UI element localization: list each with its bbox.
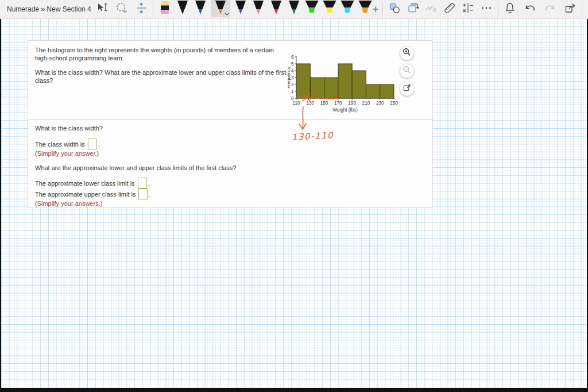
svg-text:6: 6 (291, 55, 294, 60)
svg-text:2: 2 (291, 82, 294, 87)
toolbar-divider (382, 3, 383, 15)
select-tool-button[interactable] (95, 2, 110, 17)
green-highlighter-button[interactable] (304, 0, 319, 17)
simplify-note-2: (Simplify your answers.) (35, 200, 102, 207)
ruler-button[interactable] (442, 2, 457, 17)
histogram-bar (310, 78, 324, 98)
orange-highlighter-icon (358, 0, 373, 17)
purple-pen-icon (234, 0, 247, 17)
svg-text:190: 190 (348, 101, 356, 106)
insert-space-button[interactable] (134, 2, 149, 17)
green-pen-button[interactable] (287, 0, 301, 17)
answer-3-suffix: . (149, 191, 150, 198)
eraser-button[interactable] (157, 0, 172, 17)
cyan-highlighter-button[interactable] (340, 0, 355, 17)
zoom-out-button[interactable] (400, 64, 414, 78)
svg-text:0: 0 (291, 96, 294, 101)
histogram-bar (366, 84, 380, 98)
histogram-bar (352, 71, 366, 98)
answer-2-label: The approximate lower class limit is (35, 180, 135, 187)
answer-1-suffix: . (98, 141, 100, 148)
more-options-button[interactable] (479, 2, 494, 17)
svg-text:110: 110 (292, 101, 300, 106)
ink-replay-icon (407, 2, 419, 17)
toolbar: Numerade » New Section 4 + a (0, 0, 588, 19)
upper-limit-input[interactable] (138, 189, 148, 199)
app-window: Numerade » New Section 4 + a (0, 0, 588, 392)
orange-pen-button[interactable] (211, 0, 230, 17)
add-pen-button[interactable]: + (373, 2, 379, 17)
class-width-input[interactable] (88, 139, 97, 149)
histogram-bar (324, 78, 338, 98)
ruler-icon (443, 2, 456, 17)
undo-button[interactable] (523, 2, 537, 17)
breadcrumb[interactable]: Numerade » New Section 4 (7, 5, 91, 13)
svg-text:170: 170 (334, 101, 342, 106)
external-link-icon (403, 83, 411, 94)
svg-text:3: 3 (291, 75, 294, 80)
ink-to-shape-button[interactable] (387, 2, 402, 17)
redo-icon (544, 2, 556, 17)
red-pen-button[interactable] (269, 0, 284, 17)
zoom-out-icon (403, 66, 411, 76)
undo-icon (524, 2, 536, 17)
ink-to-shape-icon (388, 2, 401, 17)
purple-pen-button[interactable] (233, 0, 248, 17)
problem-card: The histogram to the right represents th… (28, 40, 433, 207)
histogram-chart: 1101301501701902102302500123456Weight (l… (288, 48, 403, 116)
svg-text:150: 150 (320, 101, 328, 106)
red-pen-icon (269, 0, 283, 17)
blue-pen-button[interactable] (193, 0, 208, 17)
ink-to-text-button[interactable]: a (424, 2, 439, 17)
share-icon (564, 2, 577, 17)
zoom-in-icon (403, 48, 411, 59)
notifications-button[interactable] (502, 2, 517, 17)
share-button[interactable] (563, 2, 578, 17)
svg-text:4: 4 (291, 68, 294, 74)
blue-pen-icon (194, 0, 207, 17)
window-edge-left (0, 18, 1, 392)
ink-to-math-button[interactable] (461, 2, 475, 17)
histogram-bar (380, 84, 394, 98)
svg-text:130: 130 (306, 101, 314, 106)
svg-text:230: 230 (376, 101, 384, 106)
redo-button[interactable] (543, 2, 558, 17)
x-axis-label: Weight (lbs) (332, 107, 358, 113)
bell-icon (504, 2, 516, 17)
answer-3-label: The approximate upper class limit is (35, 191, 136, 198)
card-section-divider (28, 120, 432, 120)
svg-text:a: a (433, 6, 437, 13)
answer-row-upper-limit: The approximate upper class limit is . (35, 189, 151, 199)
yellow-highlighter-button[interactable] (322, 0, 337, 17)
toolbar-divider (582, 3, 582, 15)
svg-text:5: 5 (291, 62, 294, 67)
histogram-bar (338, 64, 352, 98)
lasso-select-button[interactable] (114, 2, 129, 17)
histogram-bar (296, 64, 310, 98)
zoom-in-button[interactable] (400, 46, 414, 60)
answer-2-suffix: . (148, 180, 150, 187)
more-options-icon (480, 2, 493, 17)
orange-highlighter-button[interactable] (358, 0, 373, 17)
svg-text:1: 1 (291, 89, 294, 94)
lasso-select-icon (115, 2, 128, 17)
eraser-icon (159, 0, 171, 17)
ink-to-text-icon: a (425, 2, 438, 17)
ink-formula-text: 130-110 (292, 130, 334, 143)
select-icon (96, 2, 109, 17)
open-external-button[interactable] (400, 82, 414, 96)
lower-limit-input[interactable] (138, 178, 147, 189)
ink-replay-button[interactable] (405, 2, 420, 17)
toolbar-divider (498, 3, 498, 15)
yellow-highlighter-icon (322, 0, 337, 17)
problem-text: The histogram to the right represents th… (35, 46, 282, 62)
black-pen-button[interactable] (175, 0, 190, 17)
answer-1-label: The class width is (35, 141, 85, 148)
svg-text:210: 210 (362, 101, 370, 106)
pink-pen-button[interactable] (251, 0, 266, 17)
toolbar-divider (153, 3, 153, 15)
window-edge-bottom (0, 388, 588, 392)
green-pen-icon (287, 0, 301, 17)
question-1: What is the class width? (35, 124, 103, 132)
cyan-highlighter-icon (340, 0, 355, 17)
